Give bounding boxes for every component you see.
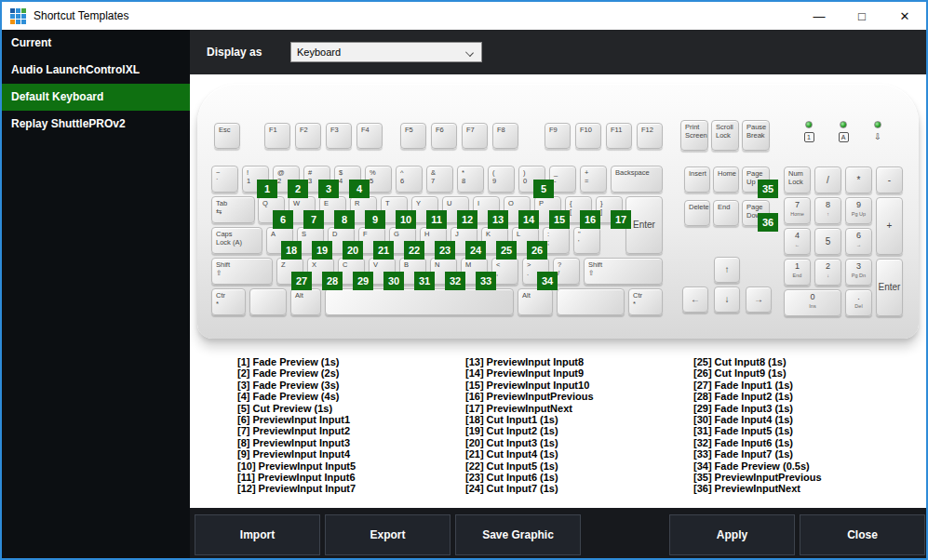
shortcut-badge-8: 8	[334, 210, 355, 229]
key-numpad-enter: Enter	[876, 259, 903, 316]
shortcut-list-item: [8] PreviewInput Input3	[237, 437, 465, 448]
shortcut-badge-20: 20	[343, 241, 363, 260]
key-numpad-minus: -	[876, 167, 903, 193]
shortcut-badge-30: 30	[383, 272, 404, 290]
shortcut-badge-10: 10	[396, 210, 416, 229]
shortcut-list-item: [23] Cut Input6 (1s)	[465, 472, 693, 483]
key-win-right	[557, 288, 625, 315]
key-shift-left: Shift⇧	[211, 258, 273, 285]
shortcut-badge-7: 7	[303, 210, 324, 229]
shortcut-list-item: [13] PreviewInput Input8	[465, 356, 693, 367]
shortcut-badge-3: 3	[318, 180, 339, 198]
shortcut-badge-14: 14	[518, 210, 539, 229]
key-equals: +=	[580, 166, 607, 193]
shortcut-list-item: [15] PreviewInput Input10	[465, 380, 693, 391]
display-as-dropdown[interactable]: Keyboard	[290, 42, 482, 62]
shortcut-list-item: [29] Fade Input3 (1s)	[693, 403, 921, 414]
minimize-button[interactable]: —	[798, 2, 841, 30]
shortcut-badge-2: 2	[288, 180, 308, 198]
shortcut-badge-5: 5	[533, 180, 554, 198]
key-numpad-plus: +	[876, 197, 903, 255]
chevron-down-icon	[465, 48, 474, 57]
sidebar-item-current[interactable]: Current	[2, 30, 190, 57]
key-tab: Tab⇆	[211, 196, 255, 223]
shortcut-badge-36: 36	[758, 213, 778, 232]
shortcut-list-item: [32] Fade Input6 (1s)	[693, 437, 921, 448]
shortcut-badge-25: 25	[496, 241, 517, 260]
key-insert: Insert	[684, 167, 710, 193]
shortcut-badge-21: 21	[373, 241, 394, 260]
sidebar-item-audio-launchcontrolxl[interactable]: Audio LaunchControlXL	[2, 57, 190, 84]
shortcut-badge-6: 6	[273, 210, 293, 229]
key-numpad-0: 0Ins	[784, 289, 841, 316]
key-ctrl-right: Ctr*	[628, 288, 663, 315]
keyboard-graphic: EscF1F2F3F4F5F6F7F8F9F10F11F12PrintScree…	[197, 84, 919, 339]
shortcut-list-item: [30] Fade Input4 (1s)	[693, 414, 921, 425]
key-numpad-5: 5	[814, 228, 841, 255]
shortcut-list-item: [20] Cut Input3 (1s)	[465, 437, 693, 448]
key-f4: F4	[356, 123, 383, 149]
key-arrow-up: ↑	[714, 257, 740, 283]
shortcut-badge-24: 24	[465, 241, 486, 260]
key-digit-6: ^6	[396, 166, 423, 193]
shortcut-list-item: [14] PreviewInput Input9	[465, 367, 693, 379]
save-graphic-button[interactable]: Save Graphic	[455, 514, 581, 555]
template-content: EscF1F2F3F4F5F6F7F8F9F10F11F12PrintScree…	[190, 74, 926, 510]
window-controls: —□✕	[798, 2, 926, 30]
key-f1: F1	[264, 123, 290, 149]
shortcut-list-item: [16] PreviewInputPrevious	[465, 391, 693, 402]
key-numpad-multiply: *	[845, 167, 872, 193]
key-digit-7: &7	[426, 166, 453, 193]
key-f12: F12	[637, 123, 663, 149]
key-alt-right: Alt	[518, 288, 553, 315]
shortcut-list-item: [34] Fade Preview (0.5s)	[693, 460, 921, 472]
sidebar-item-default-keyboard[interactable]: Default Keyboard	[2, 84, 190, 111]
shortcut-list-item: [36] PreviewInputNext	[693, 483, 921, 494]
shortcut-badge-1: 1	[257, 180, 277, 198]
shortcut-list-item: [28] Fade Input2 (1s)	[693, 391, 921, 402]
export-button[interactable]: Export	[325, 514, 451, 555]
shortcut-badge-32: 32	[445, 272, 465, 290]
window-title: Shortcut Templates	[34, 9, 129, 22]
key-f9: F9	[545, 123, 571, 149]
shortcut-badge-18: 18	[281, 241, 302, 260]
sidebar-item-replay-shuttleprov2[interactable]: Replay ShuttlePROv2	[2, 111, 190, 138]
shortcut-list-item: [4] Fade Preview (4s)	[237, 391, 465, 402]
apply-button[interactable]: Apply	[669, 514, 795, 555]
key-home: Home	[713, 167, 739, 193]
close-button[interactable]: Close	[800, 514, 925, 555]
shortcut-column-1: [1] Fade Preview (1s)[2] Fade Preview (2…	[237, 356, 465, 495]
shortcut-list-item: [33] Fade Input7 (1s)	[693, 448, 921, 460]
shortcut-list-item: [3] Fade Preview (3s)	[237, 380, 465, 391]
shortcut-list-item: [35] PreviewInputPrevious	[693, 472, 921, 483]
shortcut-list-item: [18] Cut Input1 (1s)	[465, 414, 693, 425]
shortcut-badge-11: 11	[426, 210, 447, 229]
shortcut-badge-31: 31	[414, 272, 435, 290]
key-win-left	[249, 288, 287, 315]
shortcut-badge-34: 34	[537, 272, 558, 290]
shortcut-list-item: [9] PreviewInput Input4	[237, 448, 465, 460]
led-dot-icon	[874, 121, 881, 128]
shortcut-list: [1] Fade Preview (1s)[2] Fade Preview (2…	[190, 356, 926, 495]
key-arrow-down: ↓	[714, 287, 740, 313]
footer-bar: ImportExportSave GraphicApplyClose	[190, 508, 926, 558]
key-f11: F11	[606, 123, 632, 149]
close-button[interactable]: ✕	[883, 2, 926, 30]
shortcut-list-item: [31] Fade Input5 (1s)	[693, 425, 921, 436]
key-numpad-1: 1End	[784, 259, 811, 286]
led-dot-icon	[805, 121, 813, 128]
shortcut-badge-15: 15	[549, 210, 570, 229]
maximize-button[interactable]: □	[841, 2, 883, 30]
shortcut-list-item: [6] PreviewInput Input1	[237, 414, 465, 425]
shortcut-templates-window: Shortcut Templates —□✕ CurrentAudio Laun…	[0, 0, 928, 560]
import-button[interactable]: Import	[195, 514, 320, 555]
led-indicator-icon: 1	[798, 132, 820, 142]
shortcut-badge-17: 17	[611, 210, 631, 229]
key-ctrl-left: Ctr*	[211, 288, 246, 315]
scroll-lock-led: ⇩	[867, 121, 889, 141]
display-as-label: Display as	[207, 30, 262, 74]
shortcut-column-3: [25] Cut Input8 (1s)[26] Cut Input9 (1s)…	[693, 356, 921, 495]
display-as-value: Keyboard	[297, 47, 341, 58]
key-numpad-6: 6→	[845, 228, 872, 255]
key-numpad-4: 4←	[784, 228, 811, 255]
